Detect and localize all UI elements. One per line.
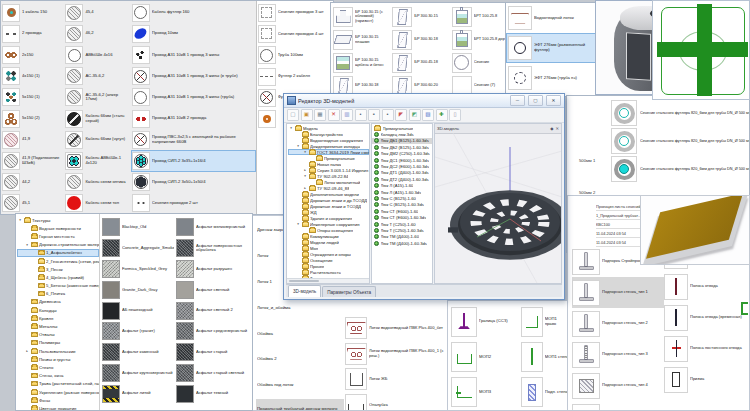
curb-item[interactable]: БР 300.30.18 <box>392 28 449 51</box>
model-file-item[interactable]: Люк ДС1 (Е600)-1-60.3ds <box>372 157 432 163</box>
texture-tree-item[interactable]: 1_Асфальтобетон <box>17 249 99 257</box>
curb-item[interactable]: БР 300.30.15 <box>392 5 449 28</box>
boundary-item[interactable]: Подп. стена <box>521 375 569 410</box>
texture-item[interactable]: Blacktop_Old <box>100 217 174 238</box>
boundary-item[interactable]: МОП2 <box>451 339 518 374</box>
add-model-icon[interactable]: ✚ <box>436 109 448 121</box>
texture-tree-item[interactable]: Почвы и грунты <box>17 355 99 363</box>
texture-tree-item[interactable]: ▾Текстуры <box>17 216 99 224</box>
cable-item[interactable]: Сечения проводов 3 шт <box>257 2 333 23</box>
texture-tree-item[interactable]: ▸Пользовательские <box>17 347 99 355</box>
cable-item[interactable]: Провод ПВС-3х2,5 с изоляцией на рабочее … <box>131 129 256 150</box>
expand-arrow-icon[interactable]: ▾ <box>303 174 307 178</box>
texture-tree-item[interactable]: Цветные покрытия <box>17 404 99 410</box>
cable-item[interactable]: АС-35-6,2 <box>64 66 130 87</box>
wall-item[interactable]: Подпорная стенка_тип 2 <box>572 308 664 339</box>
model-file-item[interactable]: Люк ДМ2 (С250)-1-60.3ds <box>372 151 432 157</box>
curb-item[interactable]: БР 300.45.18 <box>392 51 449 74</box>
viewport-close-icon[interactable]: ✕ <box>555 126 559 131</box>
texture-tree-item[interactable]: Горная местность <box>17 232 99 240</box>
drainage-item[interactable]: Опалубка <box>345 392 447 411</box>
drainage-item[interactable]: Лоток ЖБ <box>345 367 447 393</box>
texture-item[interactable]: Асфальт поверхностная обработка <box>174 238 252 259</box>
cable-item[interactable]: Провод АЗ1 10кВ 1 провод 3 жилы <box>131 44 256 65</box>
cable-item[interactable]: Провод СИП-2 3х35+1х16/4 <box>131 150 256 171</box>
texture-tree-item[interactable]: 6_Плитка <box>17 290 99 298</box>
render-icon[interactable]: ◤ <box>395 109 407 121</box>
texture-tree-item[interactable]: Кровля <box>17 314 99 322</box>
cable-item[interactable]: 5х150 (1) <box>1 87 64 108</box>
delete-icon[interactable]: ✕ <box>328 109 340 121</box>
curb-item[interactable]: БР 100.30.15 щебень и бетон <box>333 51 390 74</box>
texture-tree-item[interactable]: Фоны <box>17 396 99 404</box>
model-file-item[interactable]: Люк ТМ (Д400)-1-60.3ds <box>372 240 432 246</box>
texture-tree-item[interactable]: Металлы <box>17 322 99 330</box>
model-file-item[interactable]: Люк Т (С250)-1-60.3ds <box>372 227 432 233</box>
cable-item[interactable]: Труба 100мм <box>257 45 333 66</box>
pin-icon[interactable]: ◆ <box>550 126 553 131</box>
expand-arrow-icon[interactable]: ▸ <box>303 186 307 190</box>
cable-item[interactable]: 2х150 <box>1 44 64 65</box>
cable-item[interactable]: 4х150 (1) <box>1 66 64 87</box>
view-large-icon[interactable]: • <box>382 109 394 121</box>
dialog-tab[interactable]: 3D-модель <box>288 285 321 297</box>
tree-scrollbar[interactable] <box>287 278 369 283</box>
tray-item[interactable]: Водоотводной лоток <box>506 3 597 33</box>
right-of-way-item[interactable]: Полоса отвода <box>664 271 749 302</box>
model-file-item[interactable]: Люк С (В125)-1-60.3ds <box>372 202 432 208</box>
wall-item[interactable]: Подпорная стенка_тип 3 <box>572 339 664 370</box>
drainage-row[interactable]: Обойма под лоток <box>256 373 344 399</box>
cable-item[interactable]: Провод АЗ1 10кВ 2 провода <box>131 108 256 129</box>
wall-item[interactable]: Подпорная стенка_тип 4 <box>572 370 664 401</box>
drainage-item[interactable]: Лоток водоотводный ПВК Plus 400_бет <box>345 315 447 341</box>
texture-tree-item[interactable]: Колодцы <box>17 306 99 314</box>
close-button[interactable]: ✕ <box>546 95 561 106</box>
texture-tree-item[interactable]: Древесина <box>17 298 99 306</box>
cable-item[interactable]: 45,4 <box>64 2 130 23</box>
texture-tree-item[interactable]: Отвалы <box>17 331 99 339</box>
minimize-button[interactable]: ─ <box>510 95 525 106</box>
cable-item[interactable]: АС-35-6,2 (анкер 17мм) <box>64 87 130 108</box>
texture-item[interactable]: АБ пешеходный <box>100 300 174 321</box>
expand-arrow-icon[interactable]: ▸ <box>303 168 307 172</box>
texture-item[interactable]: Асфальт разрушен <box>174 259 252 280</box>
expand-arrow-icon[interactable]: ▾ <box>296 144 300 148</box>
texture-item[interactable]: Асфальт литой <box>100 383 174 404</box>
cable-item[interactable]: Футляр 2 кабеля <box>257 66 333 87</box>
material-icon[interactable]: ◩ <box>409 109 421 121</box>
cable-item[interactable]: 45,1 <box>1 193 64 214</box>
expand-arrow-icon[interactable]: ▾ <box>18 218 22 222</box>
boundary-item[interactable]: МОП1 стена <box>521 339 569 374</box>
texture-item[interactable]: Асфальт среднезернистый <box>174 321 252 342</box>
texture-icon[interactable]: ▧ <box>422 109 434 121</box>
cable-item[interactable]: Кабель 66мм (сталь серый) <box>64 108 130 129</box>
model-file-item[interactable]: Люк СТ (Е600)-1-60.3ds <box>372 214 432 220</box>
cable-item[interactable]: Сечения проводов 4 шт <box>257 23 333 44</box>
curb-item[interactable]: БР 100.30.15 плашмя <box>333 28 390 51</box>
curb-item[interactable]: Сечение <box>452 51 509 74</box>
right-of-way-item[interactable]: Призма <box>664 364 749 395</box>
boundary-item[interactable]: МОП1 право <box>521 304 569 339</box>
model-file-item[interactable]: Люк ДБ1 (В125)-1-60.3ds <box>372 138 432 144</box>
cable-item[interactable]: Провод АЗ1 10кВ 1 провод 3 жилы (труба) <box>131 87 256 108</box>
boundary-item[interactable]: Граница (ССЗ) <box>451 304 518 339</box>
maximize-button[interactable]: ▢ <box>528 95 543 106</box>
cable-item[interactable]: 41,9 <box>1 129 64 150</box>
texture-tree-item[interactable]: 4_Щебень (гравий) <box>17 273 99 281</box>
curb-item[interactable]: БР 100.30.15 (с обломкой) (горизонт) <box>333 5 390 28</box>
section-item[interactable]: Сечение стального футляра 820_6мм для тр… <box>611 127 749 155</box>
tray-item[interactable]: ЭФТ 276мм (размеченный футляр) <box>506 33 597 63</box>
cable-item[interactable]: Провод 10мм <box>131 23 256 44</box>
texture-item[interactable]: Асфальт (гранит) <box>100 321 174 342</box>
dialog-titlebar[interactable]: Редактор 3D-моделей ─ ▢ ✕ <box>284 94 564 108</box>
texture-item[interactable]: Асфальт старый светлый <box>174 363 252 384</box>
texture-item[interactable]: Асфальт темный <box>174 383 252 404</box>
cable-item[interactable]: Кабель футляр 160 <box>131 2 256 23</box>
texture-item[interactable]: Formica_Speckled_Grey <box>100 259 174 280</box>
wall-item[interactable] <box>572 401 664 411</box>
texture-item[interactable]: Асфальт светлый <box>174 279 252 300</box>
model-file-item[interactable]: Люк ДС2 (Е600)-1-60.3ds <box>372 163 432 169</box>
settings-icon[interactable]: ▯ <box>449 109 461 121</box>
cable-item[interactable]: 41,9 (Подключение ШЗиБ) <box>1 150 64 171</box>
texture-item[interactable]: Асфальт старый <box>174 342 252 363</box>
